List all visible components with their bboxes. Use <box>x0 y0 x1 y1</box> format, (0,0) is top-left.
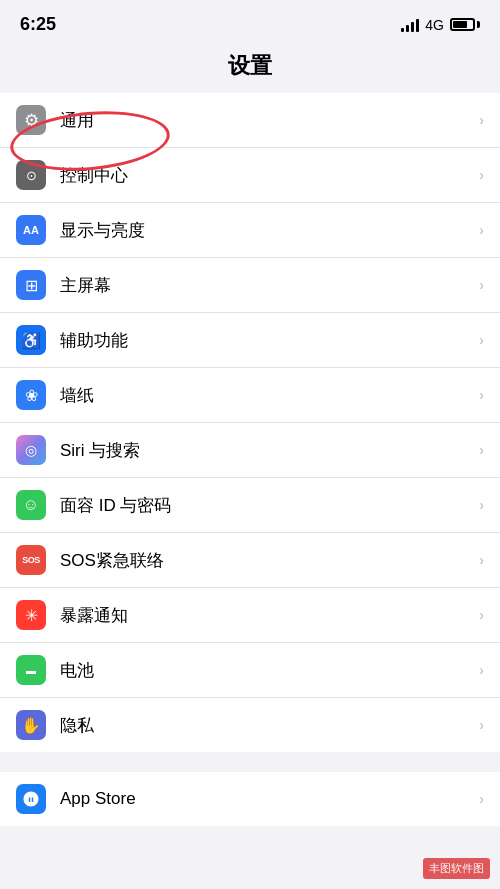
wallpaper-icon: ❀ <box>16 380 46 410</box>
settings-item-general[interactable]: ⚙ 通用 › <box>0 93 500 148</box>
siri-label: Siri 与搜索 <box>60 439 479 462</box>
homescreen-label: 主屏幕 <box>60 274 479 297</box>
privacy-chevron: › <box>479 717 484 733</box>
network-label: 4G <box>425 17 444 33</box>
settings-item-sos[interactable]: SOS SOS紧急联络 › <box>0 533 500 588</box>
nav-title-bar: 设置 <box>0 43 500 93</box>
exposure-label: 暴露通知 <box>60 604 479 627</box>
siri-icon: ◎ <box>16 435 46 465</box>
settings-item-exposure[interactable]: ✳ 暴露通知 › <box>0 588 500 643</box>
accessibility-icon: ♿ <box>16 325 46 355</box>
sos-label: SOS紧急联络 <box>60 549 479 572</box>
homescreen-chevron: › <box>479 277 484 293</box>
settings-list-2: App Store › <box>0 772 500 826</box>
appstore-label: App Store <box>60 789 479 809</box>
battery-icon <box>450 18 480 31</box>
settings-item-wallpaper[interactable]: ❀ 墙纸 › <box>0 368 500 423</box>
appstore-chevron: › <box>479 791 484 807</box>
page-title: 设置 <box>228 53 272 78</box>
display-label: 显示与亮度 <box>60 219 479 242</box>
battery-label: 电池 <box>60 659 479 682</box>
homescreen-icon: ⊞ <box>16 270 46 300</box>
settings-item-display[interactable]: AA 显示与亮度 › <box>0 203 500 258</box>
settings-item-siri[interactable]: ◎ Siri 与搜索 › <box>0 423 500 478</box>
general-icon: ⚙ <box>16 105 46 135</box>
appstore-icon <box>16 784 46 814</box>
faceid-label: 面容 ID 与密码 <box>60 494 479 517</box>
settings-item-accessibility[interactable]: ♿ 辅助功能 › <box>0 313 500 368</box>
watermark: 丰图软件图 <box>423 858 490 879</box>
settings-item-privacy[interactable]: ✋ 隐私 › <box>0 698 500 752</box>
privacy-label: 隐私 <box>60 714 479 737</box>
faceid-chevron: › <box>479 497 484 513</box>
settings-item-appstore[interactable]: App Store › <box>0 772 500 826</box>
display-chevron: › <box>479 222 484 238</box>
wallpaper-chevron: › <box>479 387 484 403</box>
general-label: 通用 <box>60 109 479 132</box>
wallpaper-label: 墙纸 <box>60 384 479 407</box>
general-chevron: › <box>479 112 484 128</box>
signal-icon <box>401 18 419 32</box>
exposure-chevron: › <box>479 607 484 623</box>
control-center-chevron: › <box>479 167 484 183</box>
control-center-label: 控制中心 <box>60 164 479 187</box>
exposure-icon: ✳ <box>16 600 46 630</box>
status-bar: 6:25 4G <box>0 0 500 43</box>
faceid-icon: ☺ <box>16 490 46 520</box>
settings-item-control-center[interactable]: ⊙ 控制中心 › <box>0 148 500 203</box>
accessibility-label: 辅助功能 <box>60 329 479 352</box>
status-time: 6:25 <box>20 14 56 35</box>
settings-item-homescreen[interactable]: ⊞ 主屏幕 › <box>0 258 500 313</box>
status-icons: 4G <box>401 17 480 33</box>
sos-chevron: › <box>479 552 484 568</box>
control-center-icon: ⊙ <box>16 160 46 190</box>
sos-icon: SOS <box>16 545 46 575</box>
battery-chevron: › <box>479 662 484 678</box>
section-divider <box>0 752 500 772</box>
battery-settings-icon: ▬ <box>16 655 46 685</box>
settings-item-faceid[interactable]: ☺ 面容 ID 与密码 › <box>0 478 500 533</box>
accessibility-chevron: › <box>479 332 484 348</box>
settings-list: ⚙ 通用 › ⊙ 控制中心 › AA 显示与亮度 › ⊞ 主屏幕 › ♿ 辅助功… <box>0 93 500 752</box>
siri-chevron: › <box>479 442 484 458</box>
display-icon: AA <box>16 215 46 245</box>
settings-item-battery[interactable]: ▬ 电池 › <box>0 643 500 698</box>
privacy-icon: ✋ <box>16 710 46 740</box>
